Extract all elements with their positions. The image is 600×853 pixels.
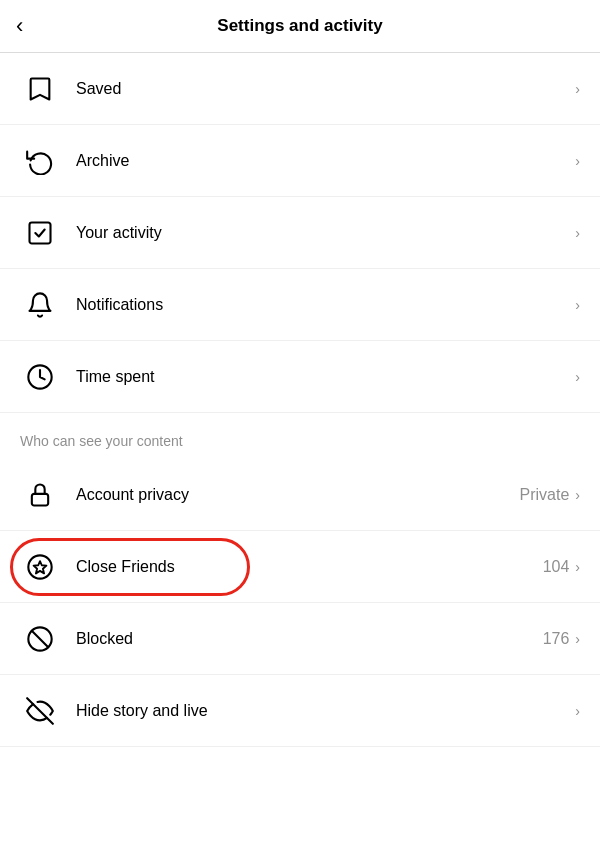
svg-marker-4 [34, 561, 47, 573]
chevron-icon: › [575, 559, 580, 575]
menu-item-archive[interactable]: Archive › [0, 125, 600, 197]
svg-line-6 [32, 630, 48, 646]
activity-icon [20, 213, 60, 253]
menu-item-close-friends[interactable]: Close Friends 104 › [0, 531, 600, 603]
chevron-icon: › [575, 153, 580, 169]
page-header: ‹ Settings and activity [0, 0, 600, 53]
close-friends-value: 104 [543, 558, 570, 576]
svg-rect-2 [32, 493, 48, 505]
star-circle-icon [20, 547, 60, 587]
account-privacy-label: Account privacy [76, 486, 520, 504]
svg-point-3 [28, 555, 51, 578]
clock-icon [20, 357, 60, 397]
back-button[interactable]: ‹ [16, 13, 23, 39]
menu-item-blocked[interactable]: Blocked 176 › [0, 603, 600, 675]
your-activity-label: Your activity [76, 224, 575, 242]
menu-item-saved[interactable]: Saved › [0, 53, 600, 125]
menu-section-top: Saved › Archive › Your activity › [0, 53, 600, 413]
blocked-value: 176 [543, 630, 570, 648]
blocked-label: Blocked [76, 630, 543, 648]
svg-rect-0 [30, 222, 51, 243]
menu-item-hide-story[interactable]: Hide story and live › [0, 675, 600, 747]
chevron-icon: › [575, 369, 580, 385]
hide-story-label: Hide story and live [76, 702, 575, 720]
menu-item-notifications[interactable]: Notifications › [0, 269, 600, 341]
menu-item-time-spent[interactable]: Time spent › [0, 341, 600, 413]
archive-icon [20, 141, 60, 181]
chevron-icon: › [575, 225, 580, 241]
page-title: Settings and activity [217, 16, 382, 36]
chevron-icon: › [575, 703, 580, 719]
account-privacy-value: Private [520, 486, 570, 504]
notifications-label: Notifications [76, 296, 575, 314]
chevron-icon: › [575, 631, 580, 647]
bell-icon [20, 285, 60, 325]
section-header-who-can-see: Who can see your content [0, 413, 600, 459]
menu-section-privacy: Account privacy Private › Close Friends … [0, 459, 600, 747]
hide-story-icon [20, 691, 60, 731]
chevron-icon: › [575, 81, 580, 97]
chevron-icon: › [575, 487, 580, 503]
archive-label: Archive [76, 152, 575, 170]
lock-icon [20, 475, 60, 515]
blocked-icon [20, 619, 60, 659]
menu-item-your-activity[interactable]: Your activity › [0, 197, 600, 269]
close-friends-label: Close Friends [76, 558, 543, 576]
time-spent-label: Time spent [76, 368, 575, 386]
bookmark-icon [20, 69, 60, 109]
saved-label: Saved [76, 80, 575, 98]
menu-item-account-privacy[interactable]: Account privacy Private › [0, 459, 600, 531]
chevron-icon: › [575, 297, 580, 313]
